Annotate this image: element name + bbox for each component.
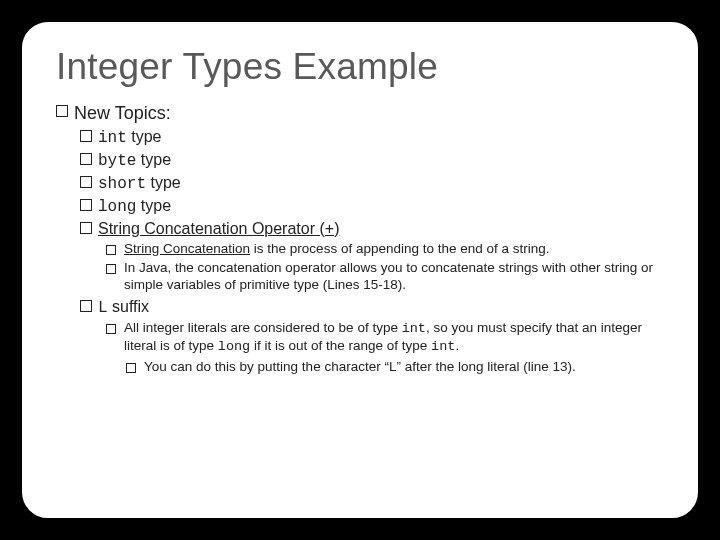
- suffix-long-code: long: [218, 339, 250, 354]
- long-type-text: long type: [98, 197, 171, 214]
- new-topics-item: New Topics:: [56, 102, 666, 125]
- suffix-explain-text: All integer literals are considered to b…: [124, 320, 666, 356]
- short-type-item: short type: [80, 173, 666, 194]
- suffix-int2: int: [431, 339, 455, 354]
- concat-rest: is the process of appending to the end o…: [250, 241, 549, 256]
- suffix-post: if it is out of the range of type: [250, 338, 431, 353]
- do-this-item: You can do this by putting the character…: [126, 359, 666, 376]
- long-type-item: long type: [80, 196, 666, 217]
- l-suffix-item: L suffix: [80, 297, 666, 318]
- concat-header-text: String Concatenation Operator (+): [98, 220, 339, 237]
- type-word-3: type: [146, 174, 181, 191]
- do-this-text: You can do this by putting the character…: [144, 359, 666, 376]
- short-type-text: short type: [98, 174, 181, 191]
- concat-definition-item: String Concatenation is the process of a…: [106, 241, 666, 258]
- java-concat-item: In Java, the concatenation operator allo…: [106, 260, 666, 294]
- slide-frame: Integer Types Example New Topics: int ty…: [20, 20, 700, 520]
- long-code: long: [98, 198, 136, 216]
- suffix-word: suffix: [108, 298, 150, 315]
- int-type-item: int type: [80, 127, 666, 148]
- byte-type-item: byte type: [80, 150, 666, 171]
- suffix-end: .: [455, 338, 459, 353]
- suffix-int: int: [402, 321, 426, 336]
- int-code: int: [98, 129, 127, 147]
- suffix-explain-item: All integer literals are considered to b…: [106, 320, 666, 356]
- l-code: L: [98, 299, 108, 317]
- type-word-1: type: [127, 128, 162, 145]
- concat-strong: String Concatenation: [124, 241, 250, 256]
- suffix-pre: All integer literals are considered to b…: [124, 320, 402, 335]
- short-code: short: [98, 175, 146, 193]
- new-topics-label: New Topics:: [74, 103, 171, 123]
- int-type-text: int type: [98, 128, 162, 145]
- l-suffix-text: L suffix: [98, 298, 149, 315]
- concat-definition-text: String Concatenation is the process of a…: [124, 241, 666, 258]
- byte-type-text: byte type: [98, 151, 171, 168]
- type-word-2: type: [136, 151, 171, 168]
- slide-title: Integer Types Example: [56, 46, 666, 88]
- java-concat-text: In Java, the concatenation operator allo…: [124, 260, 666, 294]
- byte-code: byte: [98, 152, 136, 170]
- concat-header-item: String Concatenation Operator (+): [80, 219, 666, 239]
- type-word-4: type: [136, 197, 171, 214]
